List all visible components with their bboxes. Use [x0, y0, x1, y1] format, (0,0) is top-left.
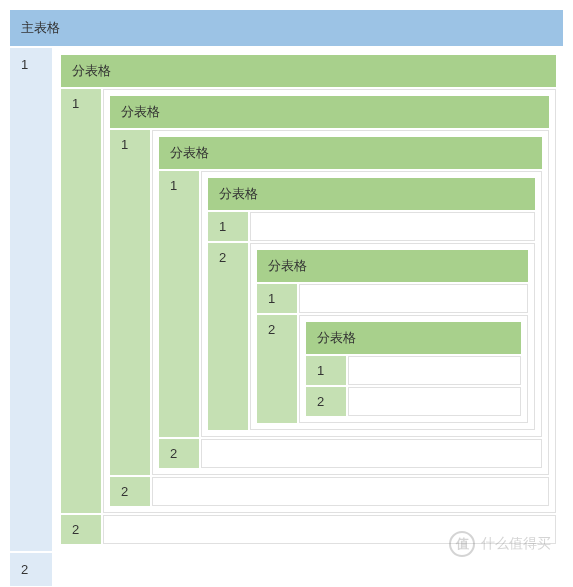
sub-table-header: 分表格 [61, 55, 556, 87]
sub-table-row: 1 [257, 284, 528, 313]
sub-table-header: 分表格 [159, 137, 542, 169]
sub-table-row: 1 分表格 1 [110, 130, 549, 475]
sub-table-header: 分表格 [110, 96, 549, 128]
sub-row-index: 2 [208, 243, 248, 430]
sub-table-header: 分表格 [208, 178, 535, 210]
sub-table: 分表格 1 2 [206, 176, 537, 432]
sub-row-content [152, 477, 549, 506]
sub-row-content: 分表格 1 分 [152, 130, 549, 475]
sub-table-row: 1 [208, 212, 535, 241]
sub-row-index: 1 [159, 171, 199, 437]
sub-row-index: 1 [208, 212, 248, 241]
sub-row-content: 分表格 1 [299, 315, 528, 423]
sub-table-row: 2 分表格 [208, 243, 535, 430]
sub-row-index: 1 [110, 130, 150, 475]
sub-row-content [103, 515, 556, 544]
sub-row-index: 2 [306, 387, 346, 416]
sub-table-row: 2 [306, 387, 521, 416]
sub-table-header: 分表格 [306, 322, 521, 354]
sub-row-content [250, 212, 535, 241]
main-table: 主表格 1 分表格 1 分表格 [8, 8, 565, 587]
main-table-header: 主表格 [10, 10, 563, 46]
sub-row-content [348, 356, 521, 385]
sub-table-header: 分表格 [257, 250, 528, 282]
sub-row-content: 分表格 1 [250, 243, 535, 430]
sub-row-content: 分表格 1 分表格 [103, 89, 556, 513]
sub-table-row: 2 [110, 477, 549, 506]
sub-row-content [348, 387, 521, 416]
sub-row-content [299, 284, 528, 313]
sub-row-index: 2 [159, 439, 199, 468]
sub-row-index: 2 [257, 315, 297, 423]
main-row-content [54, 553, 563, 586]
sub-row-index: 1 [61, 89, 101, 513]
main-row-index: 1 [10, 48, 52, 551]
sub-table-row: 1 [306, 356, 521, 385]
sub-row-index: 2 [110, 477, 150, 506]
main-row-content: 分表格 1 分表格 1 [54, 48, 563, 551]
sub-table: 分表格 1 分 [157, 135, 544, 470]
sub-row-content: 分表格 1 2 [201, 171, 542, 437]
sub-table: 分表格 1 [304, 320, 523, 418]
sub-table-row: 2 [159, 439, 542, 468]
main-table-row: 2 [10, 553, 563, 586]
sub-table: 分表格 1 分表格 [108, 94, 551, 508]
sub-table-row: 2 [61, 515, 556, 544]
sub-table-row: 2 分表格 [257, 315, 528, 423]
sub-table-row: 1 分表格 1 [61, 89, 556, 513]
sub-row-index: 1 [306, 356, 346, 385]
sub-row-index: 2 [61, 515, 101, 544]
sub-row-index: 1 [257, 284, 297, 313]
main-row-index: 2 [10, 553, 52, 586]
sub-table: 分表格 1 [255, 248, 530, 425]
sub-table: 分表格 1 分表格 1 [59, 53, 558, 546]
sub-row-content [201, 439, 542, 468]
sub-table-row: 1 分表格 [159, 171, 542, 437]
main-table-row: 1 分表格 1 分表格 1 [10, 48, 563, 551]
